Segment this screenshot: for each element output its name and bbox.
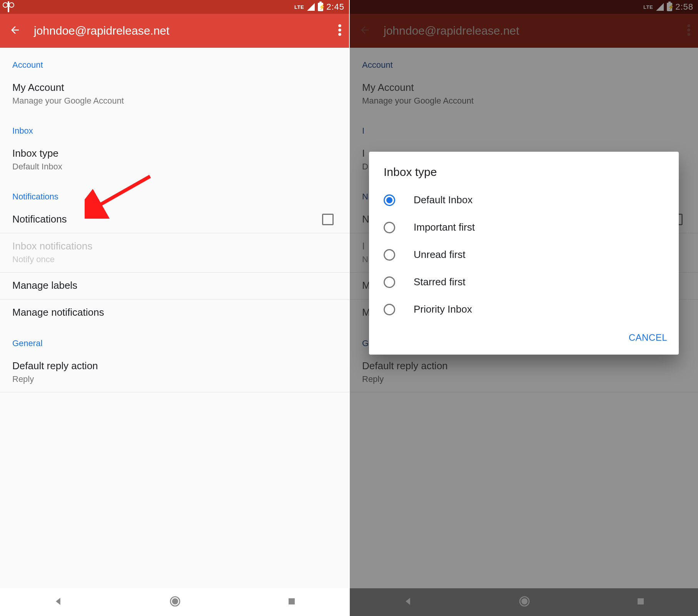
item-title: Manage notifications (12, 306, 337, 318)
dialog-inbox-type: Inbox type Default InboxImportant firstU… (369, 152, 679, 355)
dialog-option-label: Unread first (414, 249, 465, 261)
radio-unselected-icon[interactable] (384, 304, 395, 315)
cancel-button[interactable]: CANCEL (629, 332, 667, 343)
item-subtitle: Reply (12, 374, 337, 384)
voicemail-icon (8, 2, 9, 12)
nav-recent-icon[interactable] (287, 597, 296, 608)
nav-bar (0, 588, 349, 616)
back-arrow-icon[interactable] (9, 24, 21, 37)
phone-screenshot-left: LTE ⚡ 2:45 johndoe@rapidrelease.net Acco… (0, 0, 349, 616)
item-inbox-notifications: Inbox notifications Notify once (0, 233, 349, 272)
item-my-account[interactable]: My Account Manage your Google Account (0, 75, 349, 114)
page-title: johndoe@rapidrelease.net (34, 24, 325, 37)
lte-indicator: LTE (294, 4, 304, 10)
dialog-option-label: Starred first (414, 276, 465, 288)
item-default-reply-action[interactable]: Default reply action Reply (0, 353, 349, 392)
section-header-account: Account (0, 48, 349, 75)
battery-icon: ⚡ (318, 3, 323, 11)
dialog-option[interactable]: Unread first (369, 241, 679, 268)
radio-unselected-icon[interactable] (384, 276, 395, 288)
status-clock: 2:45 (326, 2, 344, 12)
item-title: Notifications (12, 213, 67, 225)
item-subtitle: Notify once (12, 254, 337, 264)
dialog-option-label: Priority Inbox (414, 303, 472, 315)
checkbox-icon[interactable] (322, 214, 334, 225)
dialog-option[interactable]: Priority Inbox (369, 296, 679, 323)
dialog-title: Inbox type (369, 152, 679, 186)
svg-point-4 (172, 598, 178, 604)
item-manage-labels[interactable]: Manage labels (0, 273, 349, 299)
divider (0, 392, 349, 392)
action-bar: johndoe@rapidrelease.net (0, 14, 349, 48)
svg-point-2 (338, 33, 341, 36)
item-title: Default reply action (12, 360, 337, 372)
dialog-option-label: Default Inbox (414, 194, 473, 206)
radio-unselected-icon[interactable] (384, 249, 395, 261)
item-manage-notifications[interactable]: Manage notifications (0, 300, 349, 326)
phone-screenshot-right: LTE ⚡ 2:58 johndoe@rapidrelease.net Acco… (349, 0, 698, 616)
status-bar: LTE ⚡ 2:45 (0, 0, 349, 14)
item-title: Inbox notifications (12, 240, 337, 252)
dialog-option[interactable]: Important first (369, 214, 679, 241)
item-title: Inbox type (12, 147, 337, 159)
dialog-option[interactable]: Starred first (369, 268, 679, 296)
nav-back-icon[interactable] (53, 596, 63, 608)
radio-unselected-icon[interactable] (384, 222, 395, 233)
item-inbox-type[interactable]: Inbox type Default Inbox (0, 141, 349, 179)
signal-icon (307, 3, 315, 11)
dialog-option-label: Important first (414, 221, 475, 233)
nav-home-icon[interactable] (169, 595, 181, 609)
svg-point-1 (338, 28, 341, 32)
dialog-option[interactable]: Default Inbox (369, 186, 679, 214)
item-subtitle: Default Inbox (12, 162, 337, 172)
svg-point-0 (338, 24, 341, 27)
overflow-menu-icon[interactable] (338, 24, 341, 37)
section-header-inbox: Inbox (0, 114, 349, 141)
section-header-notifications: Notifications (0, 179, 349, 206)
settings-content[interactable]: Account My Account Manage your Google Ac… (0, 48, 349, 588)
radio-selected-icon[interactable] (384, 194, 395, 206)
item-title: Manage labels (12, 280, 337, 291)
item-title: My Account (12, 82, 337, 94)
svg-rect-5 (289, 598, 295, 604)
item-notifications-toggle[interactable]: Notifications (0, 206, 349, 233)
item-subtitle: Manage your Google Account (12, 96, 337, 106)
section-header-general: General (0, 326, 349, 353)
